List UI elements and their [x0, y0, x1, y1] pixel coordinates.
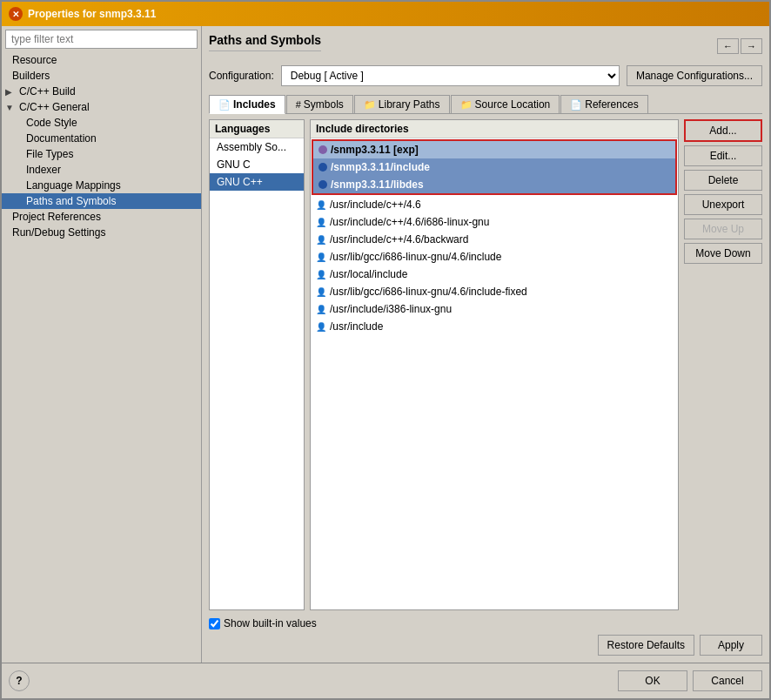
main-content: Resource Builders ▶ C/C++ Build ▼ C/C++ …: [2, 26, 769, 663]
ok-button[interactable]: OK: [618, 670, 687, 691]
dir-label-9: /usr/include/i386-linux-gnu: [330, 303, 452, 315]
dir-item-3[interactable]: 👤 /usr/include/c++/4.6: [311, 196, 678, 213]
bottom-area: Show built-in values: [209, 617, 762, 629]
library-paths-tab-icon: 📁: [364, 99, 376, 111]
cpp-general-arrow: ▼: [5, 103, 16, 112]
config-row: Configuration: Debug [ Active ] Manage C…: [209, 65, 762, 86]
show-builtin-checkbox[interactable]: [209, 618, 220, 629]
dir-item-0[interactable]: /snmp3.3.11 [exp]: [313, 141, 675, 158]
sidebar-item-documentation[interactable]: Documentation: [2, 131, 201, 146]
sidebar-item-paths-symbols[interactable]: Paths and Symbols: [2, 193, 201, 209]
dir-label-10: /usr/include: [330, 320, 383, 333]
dialog-title: Properties for snmp3.3.11: [28, 8, 762, 20]
config-label: Configuration:: [209, 70, 274, 82]
nav-arrows: ← →: [717, 38, 762, 54]
sidebar-item-resource[interactable]: Resource: [2, 52, 201, 68]
dir-label-1: /snmp3.3.11/include: [331, 161, 430, 173]
languages-header: Languages: [210, 120, 304, 138]
title-bar: ✕ Properties for snmp3.3.11: [2, 2, 769, 26]
delete-button[interactable]: Delete: [684, 170, 762, 191]
apply-button[interactable]: Apply: [700, 635, 762, 656]
person-icon-4: 👤: [316, 218, 326, 227]
includes-tab-label: Includes: [233, 98, 276, 111]
dir-item-2[interactable]: /snmp3.3.11/libdes: [313, 176, 675, 193]
dir-dot-2: [318, 180, 327, 189]
lang-item-assembly[interactable]: Assembly So...: [210, 138, 304, 156]
dir-item-8[interactable]: 👤 /usr/lib/gcc/i686-linux-gnu/4.6/includ…: [311, 283, 678, 300]
tab-symbols[interactable]: # Symbols: [286, 95, 353, 113]
file-types-label: File Types: [26, 148, 73, 160]
dir-item-4[interactable]: 👤 /usr/include/c++/4.6/i686-linux-gnu: [311, 213, 678, 231]
dir-label-3: /usr/include/c++/4.6: [330, 199, 421, 211]
indexer-label: Indexer: [26, 164, 61, 176]
dir-item-5[interactable]: 👤 /usr/include/c++/4.6/backward: [311, 231, 678, 248]
symbols-tab-icon: #: [296, 99, 301, 110]
filter-input[interactable]: [5, 30, 198, 49]
languages-panel: Languages Assembly So... GNU C GNU C++: [209, 119, 305, 610]
unexport-button[interactable]: Unexport: [684, 194, 762, 215]
paths-symbols-label: Paths and Symbols: [26, 195, 116, 207]
references-tab-icon: 📄: [570, 99, 582, 111]
cpp-build-arrow: ▶: [5, 87, 16, 97]
tab-source-location[interactable]: 📁 Source Location: [451, 95, 560, 113]
show-builtin-label: Show built-in values: [224, 617, 317, 629]
show-builtin-row: Show built-in values: [209, 617, 317, 629]
dir-label-6: /usr/lib/gcc/i686-linux-gnu/4.6/include: [330, 251, 501, 263]
tab-includes[interactable]: 📄 Includes: [209, 95, 285, 114]
tab-library-paths[interactable]: 📁 Library Paths: [354, 95, 450, 113]
restore-defaults-button[interactable]: Restore Defaults: [598, 635, 694, 656]
move-up-button[interactable]: Move Up: [684, 219, 762, 239]
dialog-footer: ? OK Cancel: [2, 663, 769, 698]
builders-label: Builders: [12, 70, 50, 82]
person-icon-3: 👤: [316, 200, 326, 210]
add-button[interactable]: Add...: [684, 119, 762, 142]
library-paths-tab-label: Library Paths: [379, 98, 440, 111]
config-dropdown[interactable]: Debug [ Active ]: [281, 65, 620, 86]
sidebar-item-cpp-general[interactable]: ▼ C/C++ General: [2, 99, 201, 115]
sidebar-item-builders[interactable]: Builders: [2, 68, 201, 84]
nav-back-button[interactable]: ←: [717, 38, 739, 54]
person-icon-7: 👤: [316, 270, 326, 279]
lang-item-gnu-cpp[interactable]: GNU C++: [210, 173, 304, 191]
dir-dot-1: [318, 163, 327, 172]
cpp-general-label: C/C++ General: [19, 101, 90, 113]
project-references-label: Project References: [12, 211, 101, 223]
panel-title: Paths and Symbols: [209, 33, 321, 51]
source-location-tab-label: Source Location: [475, 98, 551, 111]
dir-label-2: /snmp3.3.11/libdes: [331, 178, 424, 191]
dir-item-7[interactable]: 👤 /usr/local/include: [311, 266, 678, 283]
tab-references[interactable]: 📄 References: [560, 95, 647, 113]
sidebar: Resource Builders ▶ C/C++ Build ▼ C/C++ …: [2, 26, 202, 663]
tabs-row: 📄 Includes # Symbols 📁 Library Paths 📁 S…: [209, 95, 762, 114]
language-mappings-label: Language Mappings: [26, 179, 121, 192]
lang-item-gnu-c[interactable]: GNU C: [210, 156, 304, 173]
run-debug-settings-label: Run/Debug Settings: [12, 226, 105, 239]
dir-item-9[interactable]: 👤 /usr/include/i386-linux-gnu: [311, 300, 678, 318]
move-down-button[interactable]: Move Down: [684, 243, 762, 264]
sidebar-item-cpp-build[interactable]: ▶ C/C++ Build: [2, 84, 201, 99]
resource-label: Resource: [12, 54, 57, 66]
dir-label-8: /usr/lib/gcc/i686-linux-gnu/4.6/include-…: [330, 286, 527, 298]
includes-tab-icon: 📄: [218, 99, 231, 111]
dir-item-1[interactable]: /snmp3.3.11/include: [313, 158, 675, 176]
sidebar-item-code-style[interactable]: Code Style: [2, 115, 201, 131]
sidebar-item-run-debug-settings[interactable]: Run/Debug Settings: [2, 225, 201, 240]
dir-dot-0: [318, 145, 327, 154]
manage-configurations-button[interactable]: Manage Configurations...: [627, 65, 762, 86]
sidebar-item-indexer[interactable]: Indexer: [2, 162, 201, 178]
directories-panel: Include directories /snmp3.3.11 [exp] /s…: [310, 119, 679, 610]
properties-dialog: ✕ Properties for snmp3.3.11 Resource Bui…: [0, 0, 771, 700]
help-button[interactable]: ?: [9, 670, 30, 691]
edit-button[interactable]: Edit...: [684, 145, 762, 166]
person-icon-8: 👤: [316, 287, 326, 297]
right-panel: Paths and Symbols ← → Configuration: Deb…: [202, 26, 769, 663]
dir-item-6[interactable]: 👤 /usr/lib/gcc/i686-linux-gnu/4.6/includ…: [311, 248, 678, 266]
nav-forward-button[interactable]: →: [741, 38, 762, 54]
sidebar-item-project-references[interactable]: Project References: [2, 209, 201, 225]
references-tab-label: References: [585, 98, 638, 111]
sidebar-item-file-types[interactable]: File Types: [2, 146, 201, 162]
dir-item-10[interactable]: 👤 /usr/include: [311, 318, 678, 335]
code-style-label: Code Style: [26, 117, 77, 129]
sidebar-item-language-mappings[interactable]: Language Mappings: [2, 178, 201, 193]
cancel-button[interactable]: Cancel: [693, 670, 762, 691]
